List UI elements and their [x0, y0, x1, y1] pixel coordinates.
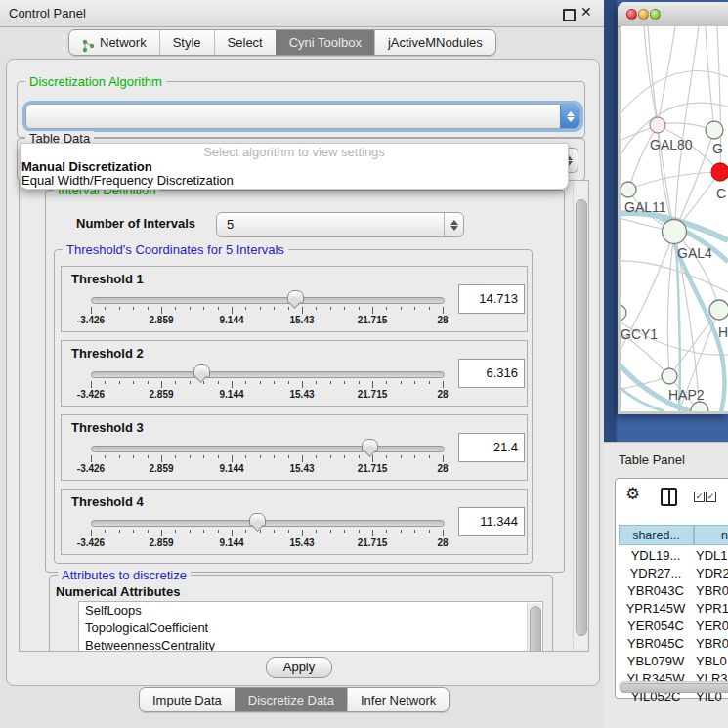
threshold-2-value-field[interactable]: 6.316: [458, 359, 525, 388]
apply-button[interactable]: Apply: [266, 657, 332, 678]
list-item[interactable]: TopologicalCoefficient: [79, 620, 542, 637]
threshold-1-slider-track[interactable]: [91, 297, 445, 304]
label-g-partial: G: [712, 141, 723, 156]
column-header-name[interactable]: na: [694, 525, 728, 545]
threshold-1-value-field[interactable]: 14.713: [458, 284, 525, 314]
tab-infer-network-label: Infer Network: [361, 689, 436, 711]
control-panel: Control Panel ✕ Network Style Select Cyn…: [0, 0, 605, 728]
tick-marks: [91, 381, 443, 389]
table-row[interactable]: YBR043CYBR0: [616, 582, 728, 600]
network-nodes: [621, 117, 728, 411]
checkbox-icon[interactable]: ✓: [706, 492, 716, 502]
float-window-icon[interactable]: [563, 9, 576, 21]
tab-style[interactable]: Style: [159, 30, 214, 55]
scrollbar-thumb[interactable]: [576, 199, 587, 636]
threshold-4-row: Threshold 4 -3.4262.8599.14415.4321.7152…: [61, 489, 528, 555]
tab-select[interactable]: Select: [214, 30, 276, 55]
cell: YBR0: [696, 635, 728, 653]
settings-vertical-scrollbar[interactable]: [573, 182, 587, 650]
list-item[interactable]: BetweennessCentrality: [79, 637, 542, 652]
tick-labels: -3.4262.8599.14415.4321.71528: [91, 315, 443, 326]
node-gal4[interactable]: [663, 220, 687, 244]
tab-impute-data[interactable]: Impute Data: [140, 688, 235, 711]
mac-zoom-icon[interactable]: [650, 9, 661, 20]
gear-icon[interactable]: ⚙: [625, 485, 640, 504]
tab-discretize-data[interactable]: Discretize Data: [235, 688, 347, 711]
node-gal11[interactable]: [621, 182, 636, 197]
tab-impute-data-label: Impute Data: [152, 689, 222, 711]
threshold-4-slider-track[interactable]: [91, 520, 445, 527]
cell: YER054C: [619, 618, 693, 635]
number-of-intervals-combobox[interactable]: 5: [216, 212, 464, 237]
algorithm-combobox[interactable]: [25, 104, 580, 129]
cell: YER0: [696, 618, 728, 635]
tab-network[interactable]: Network: [69, 30, 159, 55]
network-desktop: GAL80 G C GAL11 GAL4 GCY1 H HAP2: [604, 0, 728, 442]
threshold-3-value-field[interactable]: 21.4: [458, 433, 525, 462]
network-canvas[interactable]: GAL80 G C GAL11 GAL4 GCY1 H HAP2: [621, 26, 728, 411]
tick-marks: [91, 455, 443, 463]
check-glyph: ✓: [707, 492, 715, 501]
node-partial-g[interactable]: [706, 121, 723, 139]
node-h[interactable]: [709, 300, 728, 320]
label-gal11: GAL11: [624, 199, 666, 215]
threshold-3-slider-handle[interactable]: [362, 439, 378, 452]
table-row[interactable]: YDR27...YDR2: [616, 565, 728, 582]
node-gcy1[interactable]: [621, 305, 626, 321]
threshold-3-label: Threshold 3: [71, 420, 144, 435]
scrollbar-thumb[interactable]: [530, 606, 541, 652]
interval-definition-group: Interval Definition Number of Intervals …: [45, 190, 565, 573]
threshold-4-slider-handle[interactable]: [249, 513, 266, 527]
checkbox-icon[interactable]: ✓: [694, 492, 705, 502]
threshold-3-slider-track[interactable]: [91, 446, 445, 452]
dropdown-arrows-icon[interactable]: [560, 105, 579, 128]
threshold-1-slider-handle[interactable]: [287, 290, 304, 304]
table-row[interactable]: YBR045CYBR0: [616, 635, 728, 653]
settings-scrollpane: Interval Definition Number of Intervals …: [19, 180, 589, 652]
table-panel: Table Panel ⚙ ✓ ✓ shared... na YDL19...Y…: [604, 442, 728, 728]
table-row[interactable]: YER054CYER0: [616, 618, 728, 635]
list-vertical-scrollbar[interactable]: [527, 603, 541, 652]
label-gcy1: GCY1: [621, 326, 658, 342]
algorithm-option-manual[interactable]: Manual Discretization: [21, 160, 568, 174]
algorithm-hint-item: Select algorithm to view settings: [21, 145, 568, 160]
dropdown-arrows-icon[interactable]: [444, 213, 463, 236]
cell: YBR0: [696, 582, 728, 600]
node-red-selected[interactable]: [711, 163, 728, 181]
tab-jactivemnodules[interactable]: jActiveMNodules: [374, 30, 495, 55]
numerical-attributes-list: SelfLoops TopologicalCoefficient Between…: [78, 601, 543, 652]
threshold-2-slider-track[interactable]: [91, 371, 445, 378]
cell: YBL079W: [619, 653, 693, 670]
split-view-icon[interactable]: [661, 488, 677, 506]
tab-cyni-toolbox-label: Cyni Toolbox: [289, 30, 362, 55]
list-item[interactable]: SelfLoops: [79, 602, 542, 620]
close-icon[interactable]: ✕: [580, 4, 592, 20]
node-hap2[interactable]: [662, 368, 677, 384]
tick-labels: -3.4262.8599.14415.4321.71528: [91, 389, 443, 401]
mac-minimize-icon[interactable]: [638, 9, 649, 20]
discretization-algorithm-title: Discretization Algorithm: [25, 74, 166, 89]
algorithm-option-equal-width[interactable]: Equal Width/Frequency Discretization: [21, 174, 568, 188]
scrollbar-thumb[interactable]: [621, 683, 728, 693]
table-row[interactable]: YPR145WYPR1: [616, 600, 728, 618]
tab-cyni-toolbox[interactable]: Cyni Toolbox: [276, 30, 374, 55]
column-header-shared-name[interactable]: shared...: [619, 525, 694, 545]
cell: YDL1: [696, 547, 728, 565]
label-c-partial: C: [716, 186, 726, 201]
cell: YBL0: [696, 653, 728, 670]
network-window-titlebar[interactable]: [618, 2, 728, 27]
threshold-2-row: Threshold 2 -3.4262.8599.14415.4321.7152…: [61, 340, 528, 407]
threshold-2-slider-handle[interactable]: [193, 364, 210, 378]
control-panel-titlebar: Control Panel ✕: [0, 0, 604, 27]
cell: YDL19...: [619, 547, 693, 565]
tab-infer-network[interactable]: Infer Network: [347, 688, 449, 711]
table-horizontal-scrollbar[interactable]: [619, 681, 728, 693]
table-row[interactable]: YDL19...YDL1: [616, 547, 728, 565]
number-of-intervals-label: Number of Intervals: [76, 216, 195, 231]
threshold-4-value-field[interactable]: 11.344: [458, 507, 525, 536]
mac-close-icon[interactable]: [626, 9, 637, 20]
node-partial-bottom[interactable]: [691, 402, 708, 411]
tab-network-label: Network: [100, 30, 147, 55]
table-row[interactable]: YBL079WYBL0: [616, 653, 728, 670]
node-gal80[interactable]: [650, 117, 665, 133]
